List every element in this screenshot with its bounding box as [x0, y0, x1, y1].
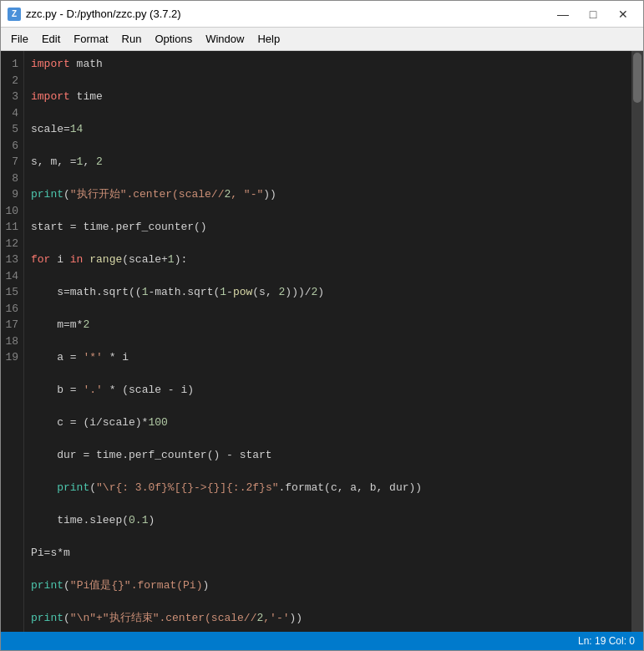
line-numbers: 1 2 3 4 5 6 7 8 9 10 11 12 13 14 15 16 1…	[1, 51, 24, 632]
editor-container: 1 2 3 4 5 6 7 8 9 10 11 12 13 14 15 16 1…	[1, 51, 643, 632]
scrollbar-thumb[interactable]	[633, 53, 641, 103]
menu-format[interactable]: Format	[67, 30, 114, 48]
cursor-position: Ln: 19 Col: 0	[578, 635, 635, 647]
menu-help[interactable]: Help	[251, 30, 287, 48]
menu-edit[interactable]: Edit	[35, 30, 67, 48]
main-window: Z zzc.py - D:/python/zzc.py (3.7.2) — □ …	[0, 0, 644, 651]
minimize-button[interactable]: —	[550, 4, 576, 24]
window-title: zzc.py - D:/python/zzc.py (3.7.2)	[26, 8, 550, 20]
maximize-button[interactable]: □	[580, 4, 606, 24]
title-bar: Z zzc.py - D:/python/zzc.py (3.7.2) — □ …	[1, 1, 643, 28]
menu-file[interactable]: File	[4, 30, 35, 48]
window-controls: — □ ✕	[550, 4, 636, 24]
menu-options[interactable]: Options	[148, 30, 199, 48]
code-editor[interactable]: import math import time scale=14 s, m, =…	[24, 51, 631, 632]
app-icon: Z	[8, 8, 21, 21]
scrollbar[interactable]	[631, 51, 643, 632]
menu-window[interactable]: Window	[199, 30, 251, 48]
close-button[interactable]: ✕	[610, 4, 636, 24]
status-bar: Ln: 19 Col: 0	[1, 632, 643, 650]
menu-bar: File Edit Format Run Options Window Help	[1, 28, 643, 51]
menu-run[interactable]: Run	[115, 30, 149, 48]
